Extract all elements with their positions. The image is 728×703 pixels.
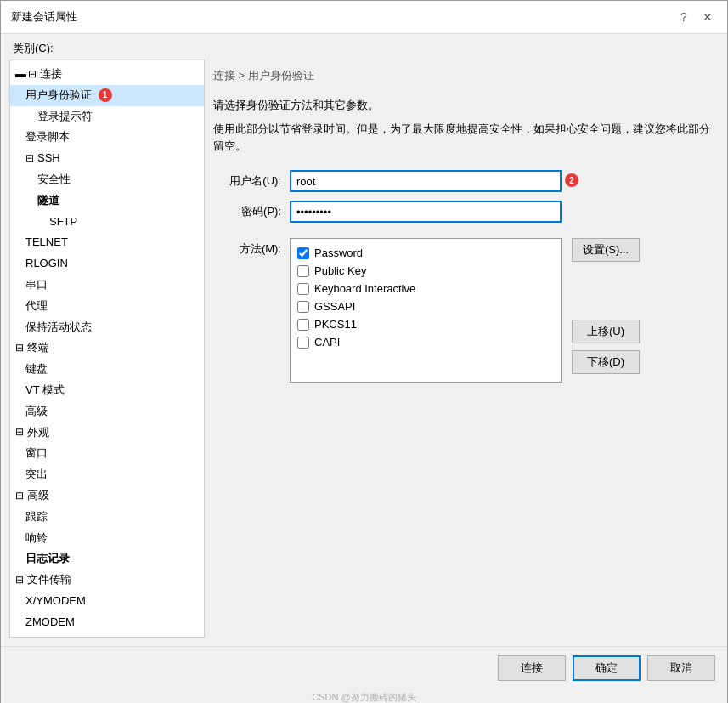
tree-item-sui-dao[interactable]: 隧道 (10, 190, 204, 212)
tree-item-lian-jie[interactable]: ▬ ⊟ 连接 (10, 64, 204, 85)
label-keyboard-interactive[interactable]: Keyboard Interactive (314, 282, 415, 295)
tree-label-deng-lu-ti-shi-fu: 登录提示符 (37, 110, 93, 122)
tree-item-gao-ji-terminal[interactable]: 高级 (10, 401, 204, 422)
tree-label-wen-jian-chuan-shu: 文件传输 (27, 571, 71, 589)
method-gssapi[interactable]: GSSAPI (297, 298, 554, 315)
tree-item-ri-zhi-ji-lu[interactable]: 日志记录 (10, 548, 204, 570)
desc1: 请选择身份验证方法和其它参数。 (213, 97, 715, 114)
label-capi[interactable]: CAPI (314, 336, 340, 349)
tree-item-yong-hu-shen-fen-yan-zheng[interactable]: 用户身份验证 1 (10, 85, 204, 106)
tree-item-an-quan-xing[interactable]: 安全性 (10, 169, 204, 190)
tree-item-gen-zong[interactable]: 跟踪 (10, 507, 204, 528)
method-keyboard-interactive[interactable]: Keyboard Interactive (297, 280, 554, 298)
tree-item-deng-lu-ti-shi-fu[interactable]: 登录提示符 (10, 106, 204, 128)
cancel-button[interactable]: 取消 (647, 655, 715, 681)
checkbox-keyboard-interactive[interactable] (297, 283, 309, 295)
tree-label-zmodem: ZMODEM (25, 615, 75, 628)
method-capi[interactable]: CAPI (297, 333, 554, 351)
username-label: 用户名(U): (213, 173, 290, 189)
method-public-key[interactable]: Public Key (297, 262, 554, 280)
username-input[interactable] (290, 170, 562, 192)
tree-panel: ▬ ⊟ 连接 用户身份验证 1 登录提示符 登录脚本 ⊟ SSH (9, 60, 205, 638)
move-up-button[interactable]: 上移(U) (572, 320, 640, 343)
tree-item-bao-chi[interactable]: 保持活动状态 (10, 317, 204, 338)
tree-item-rlogin[interactable]: RLOGIN (10, 253, 204, 275)
tree-label-gao-ji-terminal: 高级 (25, 405, 48, 417)
tree-label-bao-chi: 保持活动状态 (25, 320, 92, 333)
method-buttons: 设置(S)... 上移(U) 下移(D) (572, 238, 640, 374)
tree-item-deng-lu-jiao-ben[interactable]: 登录脚本 (10, 127, 204, 148)
tree-label-zhong-duan: 终端 (27, 339, 49, 357)
close-button[interactable]: ✕ (698, 8, 717, 26)
title-bar: 新建会话属性 ? ✕ (1, 1, 727, 34)
settings-button[interactable]: 设置(S)... (572, 238, 640, 262)
checkbox-pkcs11[interactable] (297, 319, 309, 331)
tree-label-gao-ji: 高级 (27, 487, 49, 505)
tree-item-x-ymodem[interactable]: X/YMODEM (10, 591, 204, 612)
tree-item-zmodem[interactable]: ZMODEM (10, 612, 204, 633)
tree-label-gen-zong: 跟踪 (25, 510, 48, 523)
tree-label-an-quan-xing: 安全性 (37, 173, 71, 185)
method-label: 方法(M): (213, 238, 290, 257)
username-row: 用户名(U): 2 (213, 170, 715, 192)
tree-item-tu-chu[interactable]: 突出 (10, 464, 204, 485)
tree-label-lian-jie: 连接 (40, 65, 62, 83)
label-gssapi[interactable]: GSSAPI (314, 300, 355, 313)
move-down-button[interactable]: 下移(D) (572, 350, 640, 374)
method-content: Password Public Key Keyboard Interactive (290, 238, 640, 383)
checkbox-capi[interactable] (297, 337, 309, 349)
method-pkcs11[interactable]: PKCS11 (297, 315, 554, 333)
tree-label-sui-dao: 隧道 (37, 194, 59, 207)
desc2: 使用此部分以节省登录时间。但是，为了最大限度地提高安全性，如果担心安全问题，建议… (213, 121, 715, 155)
tree-label-chuan-kou: 串口 (25, 278, 48, 291)
tree-label-tu-chu: 突出 (25, 468, 48, 480)
tree-label-xiang-ling: 响铃 (25, 531, 48, 544)
ok-button[interactable]: 确定 (573, 655, 641, 681)
tree-label-yong-hu: 用户身份验证 (25, 88, 92, 101)
dialog-body: 类别(C): ▬ ⊟ 连接 用户身份验证 1 登录提示符 登录脚本 (1, 34, 727, 703)
tree-item-telnet[interactable]: TELNET (10, 232, 204, 253)
tree-item-gao-ji[interactable]: ⊟ 高级 (10, 485, 204, 507)
badge-1: 1 (99, 88, 112, 102)
help-button[interactable]: ? (674, 8, 693, 26)
bottom-bar: 连接 确定 取消 (1, 646, 727, 691)
tree-item-vt-mo-shi[interactable]: VT 模式 (10, 380, 204, 401)
tree-item-wai-guan[interactable]: ⊟ 外观 (10, 422, 204, 444)
content-panel: 连接 > 用户身份验证 请选择身份验证方法和其它参数。 使用此部分以节省登录时间… (213, 60, 727, 646)
tree-item-wen-jian-chuan-shu[interactable]: ⊟ 文件传输 (10, 570, 204, 591)
tree-item-sftp[interactable]: SFTP (10, 212, 204, 233)
title-bar-controls: ? ✕ (674, 8, 717, 26)
tree-item-chuan-kou[interactable]: 串口 (10, 275, 204, 296)
main-area: ▬ ⊟ 连接 用户身份验证 1 登录提示符 登录脚本 ⊟ SSH (1, 60, 727, 646)
label-public-key[interactable]: Public Key (314, 264, 366, 277)
checkbox-gssapi[interactable] (297, 301, 309, 313)
tree-item-dai-li[interactable]: 代理 (10, 296, 204, 317)
connect-button[interactable]: 连接 (498, 655, 566, 681)
badge-2: 2 (565, 173, 578, 187)
tree-label-x-ymodem: X/YMODEM (25, 594, 86, 607)
tree-item-xiang-ling[interactable]: 响铃 (10, 528, 204, 549)
tree-label-wai-guan: 外观 (27, 424, 49, 442)
tree-label-ri-zhi-ji-lu: 日志记录 (25, 552, 70, 564)
minus-icon: ▬ (15, 65, 26, 83)
label-password[interactable]: Password (314, 247, 363, 259)
checkbox-public-key[interactable] (297, 265, 309, 277)
tree-item-ssh[interactable]: ⊟ SSH (10, 148, 204, 169)
tree-item-zhong-duan[interactable]: ⊟ 终端 (10, 337, 204, 359)
tree-item-chuang-kou[interactable]: 窗口 (10, 443, 204, 464)
tree-label-sftp: SFTP (49, 215, 77, 228)
label-pkcs11[interactable]: PKCS11 (314, 318, 357, 331)
dialog: 新建会话属性 ? ✕ 类别(C): ▬ ⊟ 连接 用户身份验证 1 (0, 0, 728, 703)
method-password[interactable]: Password (297, 244, 554, 262)
tree-label-dai-li: 代理 (25, 299, 48, 312)
watermark: CSDN @努力搬砖的猪头 (1, 691, 727, 703)
category-label: 类别(C): (1, 34, 727, 60)
tree-item-jian-pan[interactable]: 键盘 (10, 359, 204, 380)
tree-label-vt-mo-shi: VT 模式 (25, 383, 65, 396)
password-input[interactable] (290, 201, 562, 223)
tree-label-chuang-kou: 窗口 (25, 446, 48, 459)
method-section: 方法(M): Password Public Key (213, 238, 715, 383)
tree-label-rlogin: RLOGIN (25, 257, 68, 269)
tree-label-ssh: SSH (37, 150, 60, 167)
checkbox-password[interactable] (297, 247, 309, 259)
